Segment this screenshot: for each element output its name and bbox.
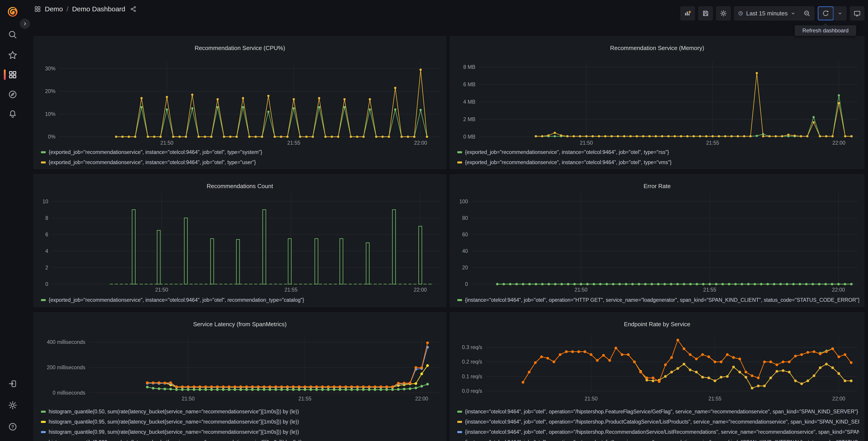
panel-title[interactable]: Error Rate — [450, 183, 864, 190]
add-panel-button[interactable] — [680, 6, 695, 20]
svg-text:22:00: 22:00 — [832, 287, 845, 293]
svg-text:6 MB: 6 MB — [463, 82, 475, 87]
cpu-chart: 21:5021:5522:000%10%20%30% — [34, 36, 446, 169]
svg-text:21:50: 21:50 — [585, 396, 598, 402]
svg-text:100: 100 — [459, 199, 468, 204]
share-icon — [130, 6, 137, 12]
save-dashboard-icon — [702, 10, 709, 17]
sidebar: ? — [0, 0, 25, 441]
svg-text:21:55: 21:55 — [284, 287, 298, 293]
legend-item[interactable]: {instance="otelcol:9464", job="otel", op… — [457, 419, 859, 425]
legend-item[interactable]: {instance="otelcol:9464", job="otel", op… — [457, 409, 859, 414]
legend-item[interactable]: {exported_job="recommendationservice", i… — [41, 297, 441, 303]
sidebar-item-sign-in[interactable] — [0, 376, 25, 392]
refresh-icon — [822, 10, 829, 17]
svg-text:60: 60 — [462, 232, 468, 237]
panel-legend: histogram_quantile(0.50, sum(rate(latenc… — [41, 409, 441, 441]
panel-title[interactable]: Service Latency (from SpanMetrics) — [34, 321, 446, 328]
sidebar-item-alerting[interactable] — [0, 106, 25, 122]
svg-text:10%: 10% — [45, 111, 56, 117]
series-color-swatch — [41, 151, 46, 153]
sidebar-item-dashboards[interactable] — [0, 66, 25, 83]
sidebar-item-help[interactable]: ? — [0, 419, 25, 435]
svg-text:21:50: 21:50 — [155, 287, 168, 293]
grafana-logo[interactable] — [6, 5, 19, 18]
svg-text:22:00: 22:00 — [414, 287, 427, 293]
panel-title[interactable]: Recommendations Count — [34, 183, 446, 190]
svg-text:21:50: 21:50 — [160, 140, 174, 146]
svg-text:0.2 req/s: 0.2 req/s — [462, 359, 483, 365]
refresh-tooltip: Refresh dashboard — [795, 25, 856, 36]
legend-item[interactable]: {exported_job="recommendationservice", i… — [41, 159, 441, 165]
svg-text:8 MB: 8 MB — [463, 64, 475, 70]
panel-recommendation-cpu: Recommendation Service (CPU%) 21:5021:55… — [33, 36, 446, 169]
legend-item[interactable]: {instance="otelcol:9464", job="otel", op… — [457, 429, 859, 435]
save-dashboard-button[interactable] — [698, 6, 713, 20]
dashboards-grid-icon — [8, 70, 18, 80]
legend-item[interactable]: histogram_quantile(0.999, sum(rate(laten… — [41, 439, 441, 441]
sidebar-item-starred[interactable] — [0, 47, 25, 63]
legend-item[interactable]: {instance="otelcol:9464", job="otel", op… — [457, 439, 859, 441]
refresh-interval-dropdown[interactable] — [833, 6, 846, 20]
settings-gear-icon — [8, 401, 18, 410]
svg-text:20: 20 — [462, 265, 468, 270]
panel-recommendations-count: Recommendations Count 21:5021:5522:00024… — [33, 174, 446, 307]
panel-legend: {exported_job="recommendationservice", i… — [457, 149, 859, 169]
svg-text:2 MB: 2 MB — [463, 116, 475, 122]
zoom-out-icon — [803, 10, 810, 17]
dashboard-settings-button[interactable] — [716, 6, 731, 20]
chevron-down-icon — [837, 11, 843, 16]
refresh-dashboard-button[interactable] — [818, 6, 834, 20]
series-color-swatch — [457, 411, 462, 413]
svg-text:21:50: 21:50 — [182, 396, 195, 402]
legend-item[interactable]: {exported_job="recommendationservice", i… — [457, 159, 859, 165]
sidebar-item-explore[interactable] — [0, 86, 25, 102]
legend-item[interactable]: histogram_quantile(0.99, sum(rate(latenc… — [41, 429, 441, 435]
svg-text:?: ? — [11, 424, 14, 429]
active-indicator — [4, 69, 6, 80]
add-panel-icon — [684, 10, 691, 17]
svg-text:22:00: 22:00 — [415, 396, 428, 402]
dashboard-settings-icon — [720, 10, 727, 17]
chevron-down-icon — [790, 11, 796, 16]
series-color-swatch — [41, 421, 46, 423]
sidebar-item-settings[interactable] — [0, 397, 25, 413]
breadcrumb-section[interactable]: Demo — [45, 5, 63, 13]
sidebar-item-search[interactable] — [0, 27, 25, 43]
breadcrumb-page-title: Demo Dashboard — [72, 5, 125, 13]
panel-title[interactable]: Recommendation Service (CPU%) — [34, 45, 446, 52]
panel-title[interactable]: Recommendation Service (Memory) — [450, 45, 864, 52]
legend-item[interactable]: histogram_quantile(0.95, sum(rate(latenc… — [41, 419, 441, 425]
legend-item[interactable]: {exported_job="recommendationservice", i… — [41, 149, 441, 155]
search-icon — [8, 30, 18, 39]
series-color-swatch — [41, 299, 46, 301]
series-color-swatch — [457, 299, 462, 301]
alerting-bell-icon — [8, 109, 18, 119]
tv-kiosk-button[interactable] — [850, 6, 864, 20]
svg-text:0%: 0% — [48, 134, 56, 140]
series-color-swatch — [457, 161, 462, 164]
dashboard-toolbar: Last 15 minutes — [680, 6, 864, 20]
series-color-swatch — [457, 431, 462, 433]
star-icon — [8, 50, 18, 60]
svg-text:2: 2 — [45, 265, 48, 270]
legend-item[interactable]: {exported_job="recommendationservice", i… — [457, 149, 859, 155]
svg-text:400 milliseconds: 400 milliseconds — [47, 339, 85, 345]
legend-item[interactable]: {instance="otelcol:9464", job="otel", op… — [457, 297, 859, 303]
error-rate-chart: 21:5021:5522:00020406080100 — [450, 175, 864, 307]
refresh-controls — [818, 6, 846, 20]
panel-title[interactable]: Endpoint Rate by Service — [450, 321, 864, 328]
legend-item[interactable]: histogram_quantile(0.50, sum(rate(latenc… — [41, 409, 441, 414]
svg-text:0.3 req/s: 0.3 req/s — [462, 344, 483, 350]
svg-text:21:55: 21:55 — [287, 140, 300, 146]
panel-legend: {instance="otelcol:9464", job="otel", op… — [457, 297, 859, 307]
time-range-picker[interactable]: Last 15 minutes — [734, 6, 800, 20]
share-dashboard-button[interactable] — [130, 6, 137, 12]
series-color-swatch — [457, 151, 462, 153]
zoom-out-button[interactable] — [800, 6, 814, 20]
panel-error-rate: Error Rate 21:5021:5522:00020406080100 {… — [450, 174, 864, 307]
sidebar-expand-button[interactable] — [20, 19, 30, 29]
recommendations-count-chart: 21:5021:5522:000246810 — [34, 175, 446, 307]
tv-kiosk-icon — [854, 10, 861, 17]
series-color-swatch — [457, 421, 462, 423]
